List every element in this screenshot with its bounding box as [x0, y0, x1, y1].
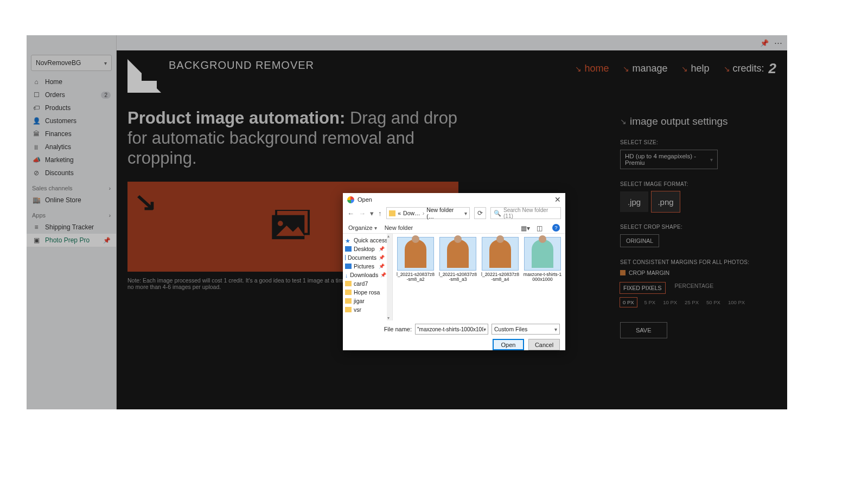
- margin-100px[interactable]: 100 PX: [728, 299, 745, 305]
- pin-icon[interactable]: 📌: [103, 237, 111, 244]
- nav-icon: 👤: [32, 117, 41, 125]
- tree-item-downloads[interactable]: ↓Downloads📌: [343, 271, 392, 279]
- nav-up-icon[interactable]: ↑: [378, 209, 382, 217]
- nav-home[interactable]: ↘home: [575, 63, 609, 74]
- tree-item-hope-rosa[interactable]: Hope rosa: [343, 288, 392, 297]
- sales-channels-header[interactable]: Sales channels›: [27, 179, 116, 194]
- nav-forward-icon[interactable]: →: [359, 209, 366, 217]
- file-thumbnail: [397, 237, 434, 271]
- nav-recent-icon[interactable]: ▾: [370, 209, 374, 217]
- margin-10px[interactable]: 10 PX: [663, 299, 677, 305]
- sidebar-item-customers[interactable]: 👤Customers: [27, 114, 116, 127]
- sidebar-item-analytics[interactable]: ⫼Analytics: [27, 140, 116, 153]
- preview-pane-icon[interactable]: ◫: [537, 224, 545, 232]
- sidebar-item-marketing[interactable]: 📣Marketing: [27, 153, 116, 166]
- margin-0px[interactable]: 0 PX: [620, 298, 637, 307]
- folder-icon: [345, 281, 352, 286]
- help-icon[interactable]: ?: [552, 224, 560, 232]
- pin-icon: 📌: [379, 246, 385, 252]
- nav-icon: ⊘: [32, 169, 41, 177]
- output-settings-panel: ↘image output settings SELECT SIZE: HD (…: [620, 115, 777, 338]
- app-tab-bar: Photo Prep Pro 📌 ⋯: [27, 35, 787, 50]
- chevron-down-icon: ▾: [483, 326, 486, 332]
- margin-5px[interactable]: 5 PX: [644, 299, 656, 305]
- chrome-icon: [347, 196, 354, 203]
- scrollbar[interactable]: [387, 234, 392, 320]
- chevron-down-icon[interactable]: ▾: [464, 210, 467, 216]
- format-jpg-button[interactable]: .jpg: [620, 191, 648, 212]
- sidebar-item-photo-prep[interactable]: ▣ Photo Prep Pro 📌: [27, 234, 116, 247]
- refresh-icon[interactable]: ⟳: [474, 207, 486, 219]
- percentage-toggle[interactable]: PERCENTAGE: [675, 282, 714, 293]
- chevron-down-icon: ▾: [710, 157, 713, 163]
- file-item[interactable]: maxzone-t-shirts-1000x1000: [523, 237, 562, 282]
- apps-header[interactable]: Apps›: [27, 207, 116, 221]
- view-mode-icon[interactable]: ▦▾: [521, 224, 529, 232]
- file-item[interactable]: l_20221-s20837z8-sm8_a4: [481, 237, 520, 282]
- file-name: maxzone-t-shirts-1000x1000: [523, 272, 562, 282]
- dialog-title: Open: [358, 196, 372, 203]
- crop-margin-checkbox[interactable]: CROP MARGIN: [620, 269, 777, 276]
- nav-back-icon[interactable]: ←: [347, 209, 354, 217]
- sidebar-item-home[interactable]: ⌂Home: [27, 75, 116, 88]
- more-icon[interactable]: ⋯: [774, 38, 783, 48]
- arrow-icon: ↘: [620, 117, 627, 126]
- arrow-icon: ↘: [724, 65, 730, 73]
- file-item[interactable]: l_20221-s20837z8-sm8_a2: [396, 237, 435, 282]
- pin-icon: 📌: [379, 255, 385, 260]
- tree-item-quick-access[interactable]: ★Quick access: [343, 236, 392, 245]
- app-tab-title: Photo Prep Pro: [43, 39, 760, 47]
- arrow-icon: ↘: [623, 65, 629, 73]
- crop-shape-button[interactable]: ORIGINAL: [620, 234, 659, 247]
- format-label: SELECT IMAGE FORMAT:: [620, 181, 777, 187]
- breadcrumb[interactable]: « Dow…› New folder (… ▾: [386, 207, 470, 219]
- cancel-button[interactable]: Cancel: [528, 339, 560, 350]
- chevron-down-icon: ▾: [554, 326, 557, 332]
- fixed-pixels-toggle[interactable]: FIXED PIXELS: [620, 282, 665, 293]
- pin-icon[interactable]: 📌: [760, 39, 769, 47]
- sidebar-item-online-store[interactable]: 🏬 Online Store: [27, 194, 116, 207]
- tree-item-desktop[interactable]: Desktop📌: [343, 245, 392, 253]
- margins-label: SET CONSISTENT MARGINS FOR ALL PHOTOS:: [620, 259, 777, 265]
- package-icon: ≡: [32, 223, 41, 231]
- nav-icon: ☐: [32, 91, 41, 99]
- sidebar-item-shipping[interactable]: ≡ Shipping Tracker: [27, 221, 116, 234]
- store-selector[interactable]: NovRemoveBG ▾: [31, 55, 112, 71]
- format-png-button[interactable]: .png: [652, 191, 680, 212]
- margin-50px[interactable]: 50 PX: [706, 299, 720, 305]
- sidebar-item-discounts[interactable]: ⊘Discounts: [27, 166, 116, 179]
- folder-icon: [345, 255, 346, 260]
- margin-25px[interactable]: 25 PX: [685, 299, 699, 305]
- star-icon: ★: [345, 237, 352, 243]
- file-item[interactable]: l_20221-s20837z8-sm8_a3: [438, 237, 477, 282]
- tree-item-pictures[interactable]: Pictures📌: [343, 262, 392, 271]
- sidebar-item-finances[interactable]: 🏛Finances: [27, 127, 116, 140]
- sidebar-item-products[interactable]: 🏷Products: [27, 101, 116, 114]
- size-select[interactable]: HD (up to 4 megapixels) - Premiu▾: [620, 150, 718, 169]
- new-folder-button[interactable]: New folder: [385, 224, 413, 231]
- folder-tree: ★Quick accessDesktop📌Documents📌Pictures📌…: [343, 234, 393, 320]
- nav-credits[interactable]: ↘credits:2: [724, 60, 777, 77]
- chevron-right-icon: ›: [109, 185, 111, 191]
- sidebar-item-orders[interactable]: ☐Orders2: [27, 88, 116, 101]
- filename-input[interactable]: "maxzone-t-shirts-1000x1000" "l_2▾: [415, 324, 488, 335]
- nav-manage[interactable]: ↘manage: [623, 63, 667, 74]
- file-name: l_20221-s20837z8-sm8_a3: [438, 272, 477, 282]
- search-input[interactable]: 🔍 Search New folder (11): [490, 207, 561, 219]
- close-icon[interactable]: ✕: [554, 195, 561, 204]
- tree-item-jigar[interactable]: jigar: [343, 297, 392, 305]
- admin-sidebar: NovRemoveBG ▾ ⌂Home☐Orders2🏷Products👤Cus…: [27, 35, 117, 409]
- folder-icon: [345, 290, 352, 295]
- file-open-dialog: Open ✕ ← → ▾ ↑ « Dow…› New folder (… ▾ ⟳…: [343, 193, 565, 350]
- open-button[interactable]: Open: [493, 339, 524, 350]
- tree-item-vsr[interactable]: vsr: [343, 305, 392, 314]
- folder-icon: [389, 210, 396, 216]
- tree-item-card7[interactable]: card7: [343, 279, 392, 288]
- nav-help[interactable]: ↘help: [681, 63, 709, 74]
- filetype-select[interactable]: Custom Files▾: [492, 324, 560, 335]
- store-icon: 🏬: [32, 196, 41, 204]
- tree-item-documents[interactable]: Documents📌: [343, 253, 392, 262]
- save-button[interactable]: SAVE: [620, 322, 667, 338]
- organize-menu[interactable]: Organize ▾: [348, 224, 377, 231]
- pin-icon: 📌: [379, 264, 385, 269]
